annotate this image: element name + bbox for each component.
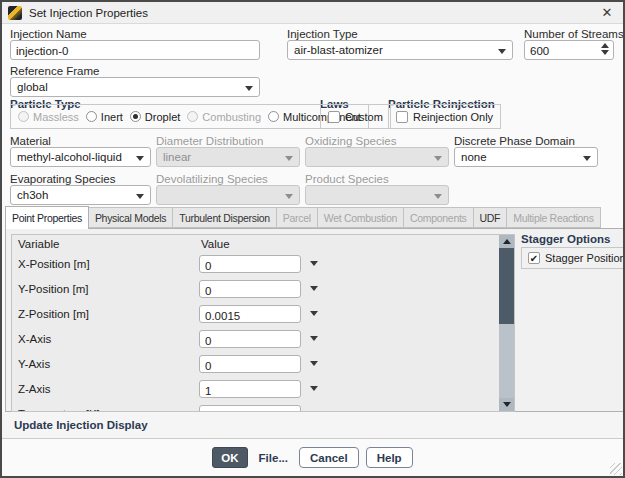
radio-circle-icon[interactable] bbox=[268, 111, 279, 122]
reinjection-only-checkbox-item[interactable]: Reinjection Only bbox=[396, 111, 493, 123]
dropdown-arrow-button[interactable] bbox=[301, 361, 327, 366]
custom-checkbox-item[interactable]: Custom bbox=[328, 111, 383, 123]
ok-button[interactable]: OK bbox=[212, 447, 247, 468]
scroll-up-icon bbox=[503, 239, 511, 244]
row-value-input-box bbox=[199, 355, 301, 373]
reinjection-only-label: Reinjection Only bbox=[413, 111, 493, 123]
evaporating-species-select[interactable]: ch3oh bbox=[10, 185, 151, 205]
evaporating-species-label: Evaporating Species bbox=[10, 173, 115, 185]
dropdown-arrow-button[interactable] bbox=[301, 261, 327, 266]
radio-inert-label: Inert bbox=[101, 111, 123, 123]
reference-frame-label: Reference Frame bbox=[10, 65, 99, 77]
tab-bar: Point Properties Physical Models Turbule… bbox=[5, 206, 601, 228]
dropdown-arrow-icon bbox=[136, 156, 144, 161]
tab-multiple-reactions: Multiple Reactions bbox=[507, 207, 600, 228]
cancel-button[interactable]: Cancel bbox=[299, 447, 359, 468]
injection-type-select[interactable]: air-blast-atomizer bbox=[287, 40, 513, 60]
table-rows: X-Position [m] Y-Position [m] Z-Position… bbox=[12, 251, 499, 412]
stagger-options-header: Stagger Options bbox=[521, 233, 610, 245]
dropdown-arrow-button[interactable] bbox=[301, 311, 327, 316]
spinner-up-icon[interactable] bbox=[601, 43, 609, 48]
oxidizing-species-select bbox=[305, 147, 449, 167]
row-value-input-box bbox=[199, 330, 301, 348]
value-column-header: Value bbox=[201, 238, 230, 250]
discrete-phase-domain-select[interactable]: none bbox=[454, 147, 598, 167]
particle-reinjection-group: Reinjection Only bbox=[388, 104, 501, 129]
scroll-up-button[interactable] bbox=[499, 235, 514, 248]
dropdown-arrow-button[interactable] bbox=[301, 286, 327, 291]
table-header: Variable Value bbox=[12, 235, 514, 251]
update-injection-display-label: Update Injection Display bbox=[14, 412, 148, 438]
checkbox-unchecked-icon[interactable] bbox=[328, 111, 340, 123]
material-value: methyl-alcohol-liquid bbox=[17, 151, 122, 163]
x-position-input[interactable] bbox=[200, 258, 300, 274]
vertical-scrollbar[interactable] bbox=[499, 235, 514, 411]
row-variable-label: Y-Axis bbox=[18, 358, 199, 370]
injection-type-label: Injection Type bbox=[287, 28, 358, 40]
y-position-input[interactable] bbox=[200, 283, 300, 299]
x-axis-input[interactable] bbox=[200, 333, 300, 349]
row-value-input-box bbox=[199, 405, 301, 413]
tab-turbulent-dispersion[interactable]: Turbulent Dispersion bbox=[173, 207, 277, 228]
table-row: X-Axis bbox=[12, 326, 499, 351]
material-select[interactable]: methyl-alcohol-liquid bbox=[10, 147, 151, 167]
number-of-streams-box bbox=[524, 40, 614, 60]
tab-point-properties[interactable]: Point Properties bbox=[5, 206, 89, 229]
radio-combusting-label: Combusting bbox=[202, 111, 261, 123]
close-icon[interactable]: ✕ bbox=[595, 2, 619, 24]
stagger-positions-checkbox-item[interactable]: ✔ Stagger Positions bbox=[528, 252, 625, 264]
radio-droplet-label: Droplet bbox=[145, 111, 180, 123]
dropdown-arrow-icon bbox=[136, 194, 144, 199]
tab-components: Components bbox=[404, 207, 474, 228]
scrollbar-thumb[interactable] bbox=[499, 248, 514, 324]
diameter-distribution-select: linear bbox=[156, 147, 300, 167]
tab-wet-combustion: Wet Combustion bbox=[318, 207, 404, 228]
dropdown-arrow-icon bbox=[285, 156, 293, 161]
radio-droplet[interactable]: Droplet bbox=[130, 111, 180, 123]
number-of-streams-input[interactable] bbox=[525, 42, 613, 60]
radio-circle-icon[interactable] bbox=[86, 111, 97, 122]
title-bar[interactable]: Set Injection Properties ✕ bbox=[2, 2, 623, 24]
radio-selected-icon[interactable] bbox=[130, 111, 141, 122]
spinner-down-icon[interactable] bbox=[601, 50, 609, 55]
button-bar: OK File... Cancel Help bbox=[2, 439, 623, 476]
y-axis-input[interactable] bbox=[200, 358, 300, 374]
row-variable-label: Y-Position [m] bbox=[18, 283, 199, 295]
checkbox-checked-icon[interactable]: ✔ bbox=[528, 252, 540, 264]
spinner-arrows[interactable] bbox=[601, 43, 609, 55]
dropdown-arrow-button[interactable] bbox=[301, 386, 327, 391]
row-variable-label: X-Position [m] bbox=[18, 258, 199, 270]
dropdown-arrow-button[interactable] bbox=[301, 336, 327, 341]
stagger-options-group: ✔ Stagger Positions bbox=[521, 247, 625, 269]
diameter-distribution-value: linear bbox=[163, 151, 191, 163]
radio-combusting: Combusting bbox=[187, 111, 261, 123]
row-value-input-box bbox=[199, 305, 301, 323]
row-value-input-box bbox=[199, 280, 301, 298]
dropdown-arrow-icon bbox=[310, 286, 318, 291]
point-properties-panel: Variable Value X-Position [m] Y-Position… bbox=[5, 228, 624, 412]
tab-udf[interactable]: UDF bbox=[474, 207, 508, 228]
injection-name-input[interactable] bbox=[11, 42, 259, 60]
row-variable-label: Z-Position [m] bbox=[18, 308, 199, 320]
z-position-input[interactable] bbox=[200, 308, 300, 324]
dropdown-arrow-icon bbox=[285, 194, 293, 199]
laws-group: Custom bbox=[320, 104, 391, 129]
injection-type-value: air-blast-atomizer bbox=[294, 44, 383, 56]
help-button[interactable]: Help bbox=[366, 447, 413, 468]
z-axis-input[interactable] bbox=[200, 383, 300, 399]
file-button[interactable]: File... bbox=[255, 447, 292, 468]
radio-inert[interactable]: Inert bbox=[86, 111, 123, 123]
scroll-down-button[interactable] bbox=[499, 398, 514, 411]
dropdown-arrow-icon bbox=[310, 361, 318, 366]
injection-name-label: Injection Name bbox=[10, 28, 87, 40]
checkbox-unchecked-icon[interactable] bbox=[396, 111, 408, 123]
dropdown-arrow-icon bbox=[245, 86, 253, 91]
devolatilizing-species-label: Devolatilizing Species bbox=[156, 173, 268, 185]
dropdown-arrow-icon bbox=[310, 261, 318, 266]
material-label: Material bbox=[10, 135, 51, 147]
table-row: Y-Position [m] bbox=[12, 276, 499, 301]
radio-circle-icon bbox=[18, 111, 29, 122]
resize-grip[interactable] bbox=[610, 463, 622, 475]
tab-physical-models[interactable]: Physical Models bbox=[89, 207, 173, 228]
reference-frame-select[interactable]: global bbox=[10, 77, 260, 97]
